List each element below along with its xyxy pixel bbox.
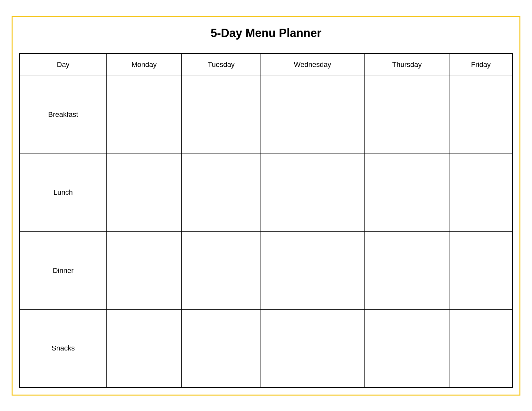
table-row: Lunch [20, 154, 513, 231]
row-label-snacks: Snacks [20, 310, 107, 388]
cell-breakfast-day4[interactable] [364, 76, 450, 154]
table-row: Breakfast [20, 76, 513, 154]
cell-snacks-day5[interactable] [450, 310, 512, 388]
row-label-lunch: Lunch [20, 154, 107, 231]
cell-lunch-day4[interactable] [364, 154, 450, 231]
cell-snacks-day2[interactable] [182, 310, 261, 388]
cell-dinner-day1[interactable] [107, 232, 182, 310]
cell-dinner-day5[interactable] [450, 232, 512, 310]
col-header-tuesday: Tuesday [182, 53, 261, 76]
col-header-friday: Friday [450, 53, 512, 76]
row-label-dinner: Dinner [20, 232, 107, 310]
cell-breakfast-day1[interactable] [107, 76, 182, 154]
col-header-wednesday: Wednesday [261, 53, 364, 76]
cell-snacks-day1[interactable] [107, 310, 182, 388]
planner-table: Day Monday Tuesday Wednesday Thursday Fr… [19, 53, 513, 388]
table-row: Snacks [20, 310, 513, 388]
header-row: Day Monday Tuesday Wednesday Thursday Fr… [20, 53, 513, 76]
cell-lunch-day2[interactable] [182, 154, 261, 231]
page-title: 5-Day Menu Planner [211, 26, 321, 40]
col-header-thursday: Thursday [364, 53, 450, 76]
cell-breakfast-day3[interactable] [261, 76, 364, 154]
cell-dinner-day2[interactable] [182, 232, 261, 310]
cell-lunch-day3[interactable] [261, 154, 364, 231]
cell-snacks-day4[interactable] [364, 310, 450, 388]
col-header-monday: Monday [107, 53, 182, 76]
page-wrapper: 5-Day Menu Planner Day Monday Tuesday We… [12, 16, 520, 396]
cell-dinner-day3[interactable] [261, 232, 364, 310]
cell-lunch-day1[interactable] [107, 154, 182, 231]
cell-snacks-day3[interactable] [261, 310, 364, 388]
cell-dinner-day4[interactable] [364, 232, 450, 310]
cell-lunch-day5[interactable] [450, 154, 512, 231]
cell-breakfast-day5[interactable] [450, 76, 512, 154]
col-header-day: Day [20, 53, 107, 76]
cell-breakfast-day2[interactable] [182, 76, 261, 154]
row-label-breakfast: Breakfast [20, 76, 107, 154]
table-row: Dinner [20, 232, 513, 310]
